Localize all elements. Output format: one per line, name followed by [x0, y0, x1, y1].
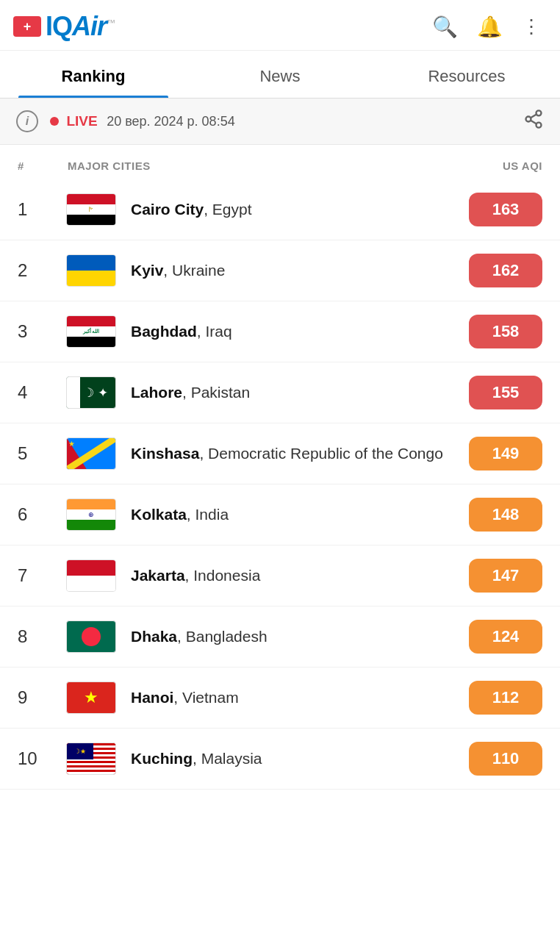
- aqi-badge: 148: [469, 498, 542, 532]
- tab-news[interactable]: News: [187, 51, 373, 98]
- city-info: Lahore, Pakistan: [121, 382, 469, 403]
- city-list: 1 🏱 Cairo City, Egypt1632 Kyiv, Ukraine1…: [0, 179, 560, 790]
- city-name: Baghdad: [131, 323, 197, 340]
- table-row[interactable]: 10 ☽★ Kuching, Malaysia110: [0, 729, 560, 790]
- aqi-badge: 155: [469, 376, 542, 409]
- logo-air: Air: [72, 11, 107, 41]
- flag-area: 🏱: [62, 193, 121, 226]
- city-info: Baghdad, Iraq: [121, 321, 469, 342]
- rank-number: 10: [18, 748, 62, 769]
- table-row[interactable]: 9★Hanoi, Vietnam112: [0, 668, 560, 729]
- col-rank-label: #: [18, 160, 62, 172]
- aqi-badge: 124: [469, 620, 542, 654]
- logo: + IQAir™: [13, 13, 115, 40]
- flag-area: [62, 620, 121, 653]
- app-header: + IQAir™ 🔍 🔔 ⋮: [0, 0, 560, 51]
- rank-number: 5: [18, 443, 62, 464]
- rank-number: 3: [18, 321, 62, 342]
- tab-ranking[interactable]: Ranking: [0, 51, 187, 98]
- search-icon[interactable]: 🔍: [432, 15, 458, 39]
- city-info: Dhaka, Bangladesh: [121, 626, 469, 647]
- logo-tm: ™: [107, 18, 115, 28]
- share-icon[interactable]: [523, 109, 544, 134]
- svg-line-3: [531, 121, 536, 124]
- flag-area: [62, 254, 121, 287]
- aqi-badge: 112: [469, 681, 542, 715]
- flag-area: [62, 559, 121, 592]
- live-status: LIVE 20 вер. 2024 р. 08:54: [50, 113, 235, 129]
- city-name: Jakarta: [131, 567, 185, 584]
- col-cities-label: MAJOR CITIES: [62, 160, 462, 172]
- rank-number: 6: [18, 504, 62, 525]
- table-row[interactable]: 5 ★ Kinshasa, Democratic Republic of the…: [0, 423, 560, 484]
- rank-number: 9: [18, 687, 62, 708]
- table-row[interactable]: 1 🏱 Cairo City, Egypt163: [0, 179, 560, 240]
- flag-area: ★: [62, 437, 121, 470]
- rank-number: 8: [18, 626, 62, 647]
- aqi-badge: 149: [469, 437, 542, 470]
- notification-icon[interactable]: 🔔: [477, 15, 503, 39]
- city-info: Kyiv, Ukraine: [121, 260, 469, 281]
- city-name: Kolkata: [131, 506, 187, 523]
- city-info: Kuching, Malaysia: [121, 748, 469, 769]
- more-icon[interactable]: ⋮: [522, 15, 542, 38]
- city-info: Jakarta, Indonesia: [121, 565, 469, 586]
- city-info: Cairo City, Egypt: [121, 198, 469, 220]
- flag-area: الله أكبر: [62, 315, 121, 348]
- flag-area: ☽ ✦: [62, 376, 121, 409]
- info-icon[interactable]: i: [16, 110, 38, 132]
- city-info: Hanoi, Vietnam: [121, 687, 469, 708]
- svg-line-4: [531, 115, 536, 118]
- flag-area: ⊕: [62, 498, 121, 531]
- logo-flag: +: [13, 16, 41, 37]
- flag-area: ☽★: [62, 743, 121, 775]
- city-info: Kolkata, India: [121, 504, 469, 525]
- tab-resources[interactable]: Resources: [373, 51, 560, 98]
- city-name: Lahore: [131, 384, 182, 401]
- live-dot: [50, 117, 59, 126]
- rank-number: 2: [18, 260, 62, 281]
- header-icons: 🔍 🔔 ⋮: [432, 15, 542, 39]
- city-name: Kuching: [131, 750, 193, 767]
- live-time: 20 вер. 2024 р. 08:54: [107, 114, 235, 129]
- table-header: # MAJOR CITIES US AQI: [0, 145, 560, 179]
- city-info: Kinshasa, Democratic Republic of the Con…: [121, 443, 469, 464]
- table-row[interactable]: 6 ⊕ Kolkata, India148: [0, 484, 560, 545]
- rank-number: 7: [18, 565, 62, 586]
- aqi-badge: 162: [469, 254, 542, 287]
- city-name: Kyiv: [131, 262, 163, 279]
- aqi-badge: 158: [469, 315, 542, 348]
- table-row[interactable]: 8Dhaka, Bangladesh124: [0, 607, 560, 668]
- table-row[interactable]: 4 ☽ ✦ Lahore, Pakistan155: [0, 362, 560, 423]
- city-name: Dhaka: [131, 628, 177, 645]
- col-aqi-label: US AQI: [462, 160, 542, 172]
- city-name: Hanoi: [131, 689, 173, 706]
- aqi-badge: 147: [469, 559, 542, 593]
- logo-text: IQAir™: [46, 13, 115, 40]
- rank-number: 4: [18, 382, 62, 403]
- logo-iq: IQ: [46, 11, 72, 41]
- rank-number: 1: [18, 199, 62, 220]
- flag-area: ★: [62, 681, 121, 714]
- aqi-badge: 163: [469, 193, 542, 226]
- city-name: Kinshasa: [131, 445, 199, 462]
- table-row[interactable]: 2 Kyiv, Ukraine162: [0, 240, 560, 301]
- table-row[interactable]: 3 الله أكبر Baghdad, Iraq158: [0, 301, 560, 362]
- live-bar: i LIVE 20 вер. 2024 р. 08:54: [0, 99, 560, 145]
- table-row[interactable]: 7 Jakarta, Indonesia147: [0, 545, 560, 607]
- aqi-badge: 110: [469, 742, 542, 776]
- live-label: LIVE: [66, 113, 97, 129]
- live-bar-left: i LIVE 20 вер. 2024 р. 08:54: [16, 110, 235, 132]
- tab-bar: Ranking News Resources: [0, 51, 560, 99]
- city-name: Cairo City: [131, 201, 204, 218]
